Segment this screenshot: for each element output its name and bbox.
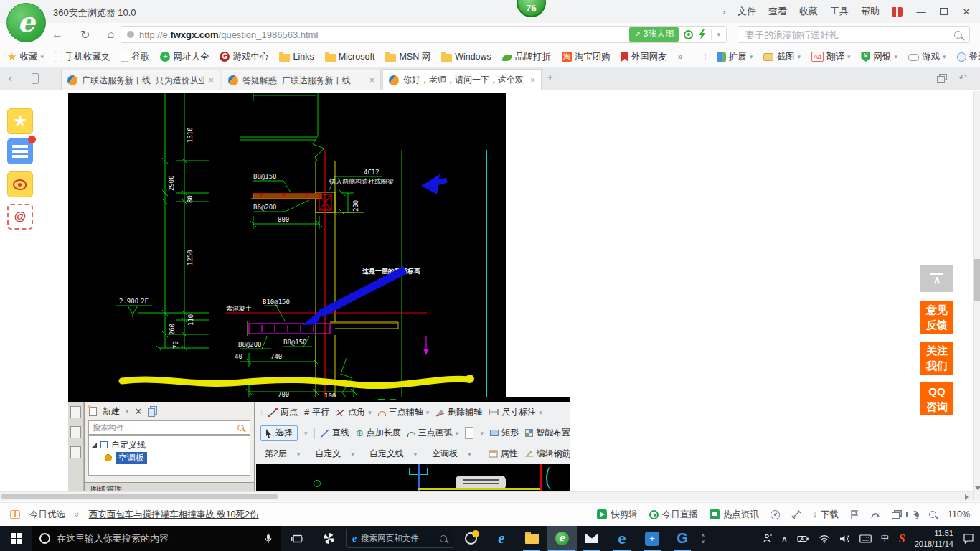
follow-us-button[interactable]: 关注我们: [920, 342, 953, 375]
new-tab-button[interactable]: +: [547, 71, 553, 84]
bookmark-gamecenter[interactable]: G游戏中心: [220, 51, 268, 63]
speed-ball-badge[interactable]: 76: [517, 0, 546, 17]
edit-rebar-button[interactable]: 编辑钢筋: [524, 448, 570, 460]
translate-button[interactable]: Aa翻译▾: [811, 51, 851, 63]
microphone-icon[interactable]: [263, 534, 273, 544]
start-button[interactable]: [0, 526, 32, 551]
page-zoom-level[interactable]: 110%: [948, 509, 970, 519]
tool-three-point-arc[interactable]: 三点画弧▾: [407, 427, 459, 439]
bookmarks-overflow[interactable]: »: [678, 52, 683, 62]
delete-component-button[interactable]: ✕: [135, 406, 143, 417]
sidebar-weibo-button[interactable]: [7, 171, 33, 197]
taskbar-360browser[interactable]: e: [547, 526, 577, 551]
site-info-icon[interactable]: [127, 31, 134, 38]
tab-close-icon[interactable]: ×: [369, 75, 374, 85]
hot-news-button[interactable]: 热点资讯: [710, 509, 759, 521]
wifi-icon[interactable]: [819, 534, 830, 543]
menu-file[interactable]: 文件: [738, 5, 756, 18]
home-button[interactable]: ⌂: [107, 28, 114, 41]
search-icon[interactable]: [954, 31, 962, 39]
volume-icon[interactable]: [839, 534, 850, 543]
taskbar-search-input[interactable]: [57, 533, 257, 544]
component-search-input[interactable]: [89, 423, 237, 432]
recent-tabs-icon[interactable]: [937, 76, 945, 83]
bookmark-foreign[interactable]: 外国网友: [621, 51, 667, 63]
ime-mode-indicator[interactable]: 中: [881, 532, 890, 545]
tab-close-icon[interactable]: ×: [530, 75, 535, 85]
extensions-button[interactable]: 扩展▾: [717, 51, 753, 63]
tool-two-point[interactable]: 两点: [268, 406, 298, 418]
bookmark-brand[interactable]: 品牌打折: [502, 51, 551, 63]
login-manager-button[interactable]: 登录管家: [957, 51, 980, 63]
taskbar-mail[interactable]: [577, 526, 607, 551]
bookmark-taobao[interactable]: 淘淘宝团购: [562, 51, 611, 63]
tool-dimension[interactable]: 尺寸标注▾: [489, 406, 542, 418]
cortana-search-box[interactable]: [32, 526, 281, 551]
restore-tab-icon[interactable]: ↶: [958, 72, 967, 83]
taskbar-explorer[interactable]: [517, 526, 547, 551]
report-flag-button[interactable]: [850, 509, 859, 519]
hidden-icons-chevron[interactable]: ∧: [781, 534, 788, 544]
news-headline-link[interactable]: 西安面包车与搅拌罐车相撞事故 致10死2伤: [89, 509, 259, 521]
arc-options-combo[interactable]: [465, 427, 473, 439]
pinwheel-app-button[interactable]: [313, 526, 344, 551]
qq-consult-button[interactable]: QQ咨询: [920, 382, 953, 415]
type-combo[interactable]: 自定义线▾: [365, 447, 422, 461]
multi-window-button[interactable]: [892, 512, 900, 519]
vertical-scrollbar[interactable]: [973, 91, 980, 501]
live-today-button[interactable]: 今日直播: [649, 509, 698, 521]
scroll-down-arrow[interactable]: [975, 486, 980, 490]
gtj-screenshot-image[interactable]: 新建 ▾ ✕ 自定义线 空调板 图纸管理: [68, 397, 570, 491]
touch-keyboard-icon[interactable]: [859, 534, 872, 543]
notification-app-button[interactable]: [455, 526, 486, 551]
battery-icon[interactable]: [797, 534, 809, 543]
taskbar-edge[interactable]: e: [607, 526, 637, 551]
photo-enhance-icon[interactable]: [684, 30, 693, 39]
tab-1[interactable]: 广联达服务新干线_只为造价从业 ×: [61, 70, 220, 90]
taskbar-clock[interactable]: 11:51 2018/11/14: [915, 528, 953, 550]
bookmark-mobile[interactable]: 手机收藏夹: [55, 51, 110, 63]
urlbar-dropdown-icon[interactable]: ▾: [717, 31, 720, 38]
collapse-tabs-icon[interactable]: ‹: [9, 72, 12, 84]
tool-point-length[interactable]: ⊕点加长度: [356, 427, 401, 439]
quick-clip-button[interactable]: 快剪辑: [597, 509, 638, 521]
sogou-input-icon[interactable]: S: [899, 532, 905, 545]
component-search-box[interactable]: [88, 420, 250, 435]
taskbar-pinned-app[interactable]: +: [637, 526, 667, 551]
bookmark-microsoft[interactable]: Microsoft: [325, 52, 375, 62]
bookmark-msn[interactable]: MSN 网: [385, 51, 430, 63]
mobile-sync-icon[interactable]: [32, 73, 39, 84]
reload-button[interactable]: ↻: [80, 28, 90, 42]
tool-three-point-axis[interactable]: 三点辅轴▾: [378, 406, 430, 418]
web-search-widget[interactable]: e 搜索网页和文件: [346, 529, 453, 548]
daily-picks-label[interactable]: 今日优选: [29, 509, 65, 521]
drawing-manager-bar[interactable]: 图纸管理: [85, 482, 254, 491]
games-button[interactable]: 游戏▾: [908, 51, 946, 63]
minimize-button[interactable]: —: [915, 6, 928, 17]
taskbar-glodon[interactable]: G: [667, 526, 697, 551]
close-button[interactable]: ✕: [960, 6, 973, 17]
tab-3-active[interactable]: 你好，老师，请问一下，这个双 ×: [382, 69, 542, 90]
new-component-button[interactable]: 新建: [103, 405, 120, 418]
maximize-button[interactable]: [940, 8, 948, 15]
bookmark-google[interactable]: 谷歌: [121, 51, 149, 63]
taskbar-scroll-arrows[interactable]: ∧∨: [697, 526, 709, 551]
properties-button[interactable]: 属性: [489, 448, 518, 460]
cad-screenshot-image[interactable]: 1310 2900 80 B8@150 B6@200 800 4C12 锚入两侧…: [68, 93, 506, 397]
menu-view[interactable]: 查看: [768, 5, 787, 18]
tool-delete-axis[interactable]: 删除辅轴: [435, 406, 482, 418]
address-bar[interactable]: http://e.fwxgx.com/question_1986563.html…: [121, 26, 727, 43]
bookmark-favorites[interactable]: ★收藏▾: [7, 50, 44, 63]
netbank-button[interactable]: ¥网银▾: [861, 51, 897, 63]
vertical-scrollbar-thumb[interactable]: [974, 259, 980, 301]
find-in-page-icon[interactable]: [929, 511, 936, 518]
back-to-top-button[interactable]: ∧: [920, 265, 953, 292]
search-input[interactable]: [738, 29, 954, 40]
speedup-button[interactable]: [771, 510, 780, 519]
component-combo[interactable]: 空调板▾: [428, 447, 476, 461]
back-button[interactable]: ←: [52, 28, 63, 41]
task-view-button[interactable]: [281, 526, 313, 551]
tree-node-custom-line[interactable]: 自定义线: [92, 438, 247, 451]
sidebar-favorite-button[interactable]: ★: [7, 108, 33, 134]
menu-tools[interactable]: 工具: [830, 5, 849, 18]
